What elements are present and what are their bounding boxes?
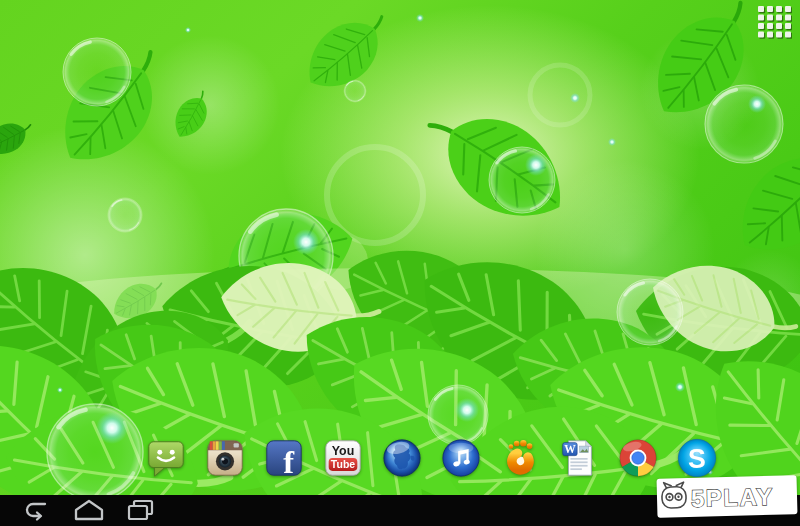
watermark-logo: 5PLAY (659, 477, 796, 517)
nav-recents-button[interactable] (118, 497, 162, 524)
dock-app-word-document[interactable]: W (558, 437, 600, 479)
dock: f You Tube (145, 437, 718, 479)
nav-back-button[interactable] (15, 497, 59, 524)
youtube-text-you: You (332, 444, 354, 458)
robot-face-icon (662, 482, 687, 508)
tablet-home-screen: f You Tube (0, 0, 800, 526)
messaging-icon (145, 437, 187, 479)
skype-letter: S (688, 444, 706, 474)
facebook-letter: f (283, 444, 295, 479)
dock-app-gom-player[interactable] (499, 437, 541, 479)
globe-browser-icon (381, 437, 423, 479)
dock-app-music[interactable] (440, 437, 482, 479)
dock-app-chrome[interactable] (617, 437, 659, 479)
back-icon (15, 497, 59, 524)
recents-icon (118, 497, 162, 524)
music-note-icon (440, 437, 482, 479)
youtube-icon: You Tube (322, 437, 364, 479)
gom-player-icon (499, 437, 541, 479)
all-apps-button[interactable] (758, 6, 792, 39)
word-document-icon: W (558, 437, 600, 479)
dock-app-skype[interactable]: S (676, 437, 718, 479)
word-letter: W (564, 443, 576, 455)
dock-app-messaging[interactable] (145, 437, 187, 479)
youtube-text-tube: Tube (331, 458, 355, 470)
dock-app-instagram[interactable] (204, 437, 246, 479)
dock-app-facebook[interactable]: f (263, 437, 305, 479)
dock-app-youtube[interactable]: You Tube (322, 437, 364, 479)
dock-app-browser[interactable] (381, 437, 423, 479)
facebook-icon: f (263, 437, 305, 479)
nav-home-button[interactable] (67, 497, 111, 524)
watermark-text: 5PLAY (691, 482, 774, 511)
skype-icon: S (676, 437, 718, 479)
instagram-icon (204, 437, 246, 479)
watermark-5play: 5PLAY (657, 475, 798, 518)
home-icon (67, 497, 111, 524)
chrome-icon (617, 437, 659, 479)
app-grid-icon (758, 6, 792, 39)
